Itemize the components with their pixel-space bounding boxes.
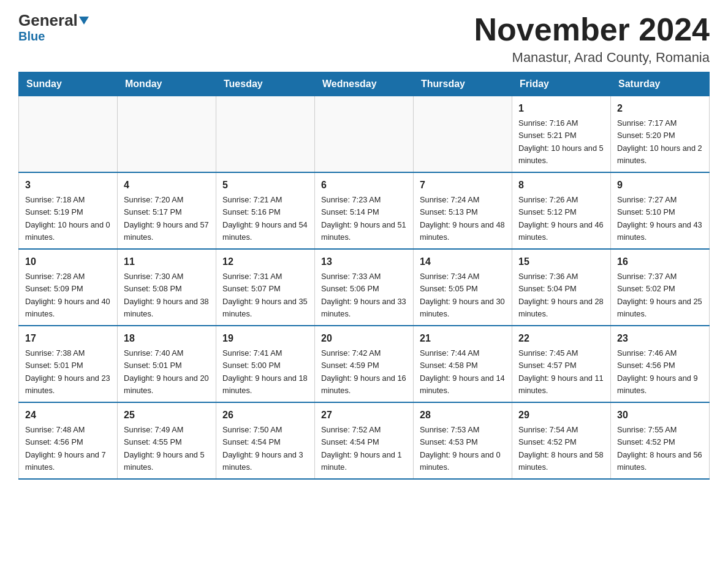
sun-info: Sunrise: 7:26 AMSunset: 5:12 PMDaylight:… xyxy=(518,195,604,242)
day-number: 4 xyxy=(124,178,210,193)
sun-info: Sunrise: 7:17 AMSunset: 5:20 PMDaylight:… xyxy=(617,118,702,165)
calendar-cell-r3-c0: 17Sunrise: 7:38 AMSunset: 5:01 PMDayligh… xyxy=(19,326,118,402)
sun-info: Sunrise: 7:40 AMSunset: 5:01 PMDaylight:… xyxy=(124,348,209,395)
calendar-cell-r1-c5: 8Sunrise: 7:26 AMSunset: 5:12 PMDaylight… xyxy=(512,172,611,249)
sun-info: Sunrise: 7:53 AMSunset: 4:53 PMDaylight:… xyxy=(420,425,501,472)
calendar-row-4: 24Sunrise: 7:48 AMSunset: 4:56 PMDayligh… xyxy=(19,402,710,479)
calendar-cell-r1-c4: 7Sunrise: 7:24 AMSunset: 5:13 PMDaylight… xyxy=(414,172,512,249)
sun-info: Sunrise: 7:23 AMSunset: 5:14 PMDaylight:… xyxy=(321,195,406,242)
calendar-cell-r0-c4 xyxy=(414,96,512,173)
sun-info: Sunrise: 7:18 AMSunset: 5:19 PMDaylight:… xyxy=(25,195,110,242)
sun-info: Sunrise: 7:31 AMSunset: 5:07 PMDaylight:… xyxy=(222,272,308,318)
calendar-row-0: 1Sunrise: 7:16 AMSunset: 5:21 PMDaylight… xyxy=(19,96,710,173)
sun-info: Sunrise: 7:38 AMSunset: 5:01 PMDaylight:… xyxy=(25,348,110,395)
day-number: 3 xyxy=(25,178,111,193)
day-number: 27 xyxy=(321,408,407,423)
day-number: 19 xyxy=(222,331,308,346)
day-number: 22 xyxy=(518,331,604,346)
day-number: 30 xyxy=(617,408,703,423)
sun-info: Sunrise: 7:44 AMSunset: 4:58 PMDaylight:… xyxy=(420,348,505,395)
calendar-row-3: 17Sunrise: 7:38 AMSunset: 5:01 PMDayligh… xyxy=(19,326,710,402)
day-number: 18 xyxy=(124,331,210,346)
day-number: 10 xyxy=(25,255,111,269)
weekday-header-wednesday: Wednesday xyxy=(315,72,414,96)
day-number: 14 xyxy=(420,255,506,269)
day-number: 17 xyxy=(25,331,111,346)
calendar-cell-r3-c2: 19Sunrise: 7:41 AMSunset: 5:00 PMDayligh… xyxy=(216,326,315,402)
day-number: 23 xyxy=(617,331,703,346)
sun-info: Sunrise: 7:46 AMSunset: 4:56 PMDaylight:… xyxy=(617,348,698,395)
sun-info: Sunrise: 7:30 AMSunset: 5:08 PMDaylight:… xyxy=(124,272,209,318)
day-number: 28 xyxy=(420,408,506,423)
logo-blue: Blue xyxy=(18,29,45,44)
calendar-cell-r4-c5: 29Sunrise: 7:54 AMSunset: 4:52 PMDayligh… xyxy=(512,402,611,479)
sun-info: Sunrise: 7:37 AMSunset: 5:02 PMDaylight:… xyxy=(617,272,702,318)
weekday-header-thursday: Thursday xyxy=(414,72,512,96)
weekday-header-sunday: Sunday xyxy=(19,72,118,96)
calendar-cell-r2-c5: 15Sunrise: 7:36 AMSunset: 5:04 PMDayligh… xyxy=(512,249,611,326)
calendar-cell-r3-c6: 23Sunrise: 7:46 AMSunset: 4:56 PMDayligh… xyxy=(611,326,710,402)
sun-info: Sunrise: 7:48 AMSunset: 4:56 PMDaylight:… xyxy=(25,425,106,472)
day-number: 9 xyxy=(617,178,703,193)
day-number: 21 xyxy=(420,331,506,346)
calendar-table: SundayMondayTuesdayWednesdayThursdayFrid… xyxy=(18,72,710,480)
day-number: 29 xyxy=(518,408,604,423)
location-subtitle: Manastur, Arad County, Romania xyxy=(474,50,710,66)
page-header: General Blue November 2024 Manastur, Ara… xyxy=(18,12,710,66)
sun-info: Sunrise: 7:21 AMSunset: 5:16 PMDaylight:… xyxy=(222,195,308,242)
day-number: 15 xyxy=(518,255,604,269)
calendar-cell-r4-c0: 24Sunrise: 7:48 AMSunset: 4:56 PMDayligh… xyxy=(19,402,118,479)
logo: General Blue xyxy=(18,12,89,44)
day-number: 26 xyxy=(222,408,308,423)
weekday-header-saturday: Saturday xyxy=(611,72,710,96)
sun-info: Sunrise: 7:49 AMSunset: 4:55 PMDaylight:… xyxy=(124,425,205,472)
day-number: 16 xyxy=(617,255,703,269)
day-number: 13 xyxy=(321,255,407,269)
calendar-cell-r2-c0: 10Sunrise: 7:28 AMSunset: 5:09 PMDayligh… xyxy=(19,249,118,326)
day-number: 1 xyxy=(518,101,604,116)
calendar-cell-r0-c6: 2Sunrise: 7:17 AMSunset: 5:20 PMDaylight… xyxy=(611,96,710,173)
sun-info: Sunrise: 7:27 AMSunset: 5:10 PMDaylight:… xyxy=(617,195,702,242)
calendar-body: 1Sunrise: 7:16 AMSunset: 5:21 PMDaylight… xyxy=(19,96,710,480)
calendar-row-1: 3Sunrise: 7:18 AMSunset: 5:19 PMDaylight… xyxy=(19,172,710,249)
calendar-cell-r1-c1: 4Sunrise: 7:20 AMSunset: 5:17 PMDaylight… xyxy=(118,172,216,249)
calendar-cell-r3-c1: 18Sunrise: 7:40 AMSunset: 5:01 PMDayligh… xyxy=(118,326,216,402)
calendar-cell-r3-c5: 22Sunrise: 7:45 AMSunset: 4:57 PMDayligh… xyxy=(512,326,611,402)
sun-info: Sunrise: 7:42 AMSunset: 4:59 PMDaylight:… xyxy=(321,348,406,395)
day-number: 6 xyxy=(321,178,407,193)
logo-triangle-icon xyxy=(79,17,89,25)
calendar-cell-r1-c6: 9Sunrise: 7:27 AMSunset: 5:10 PMDaylight… xyxy=(611,172,710,249)
sun-info: Sunrise: 7:52 AMSunset: 4:54 PMDaylight:… xyxy=(321,425,402,472)
calendar-cell-r0-c1 xyxy=(118,96,216,173)
sun-info: Sunrise: 7:16 AMSunset: 5:21 PMDaylight:… xyxy=(518,118,604,165)
sun-info: Sunrise: 7:54 AMSunset: 4:52 PMDaylight:… xyxy=(518,425,604,472)
sun-info: Sunrise: 7:50 AMSunset: 4:54 PMDaylight:… xyxy=(222,425,303,472)
sun-info: Sunrise: 7:33 AMSunset: 5:06 PMDaylight:… xyxy=(321,272,406,318)
sun-info: Sunrise: 7:20 AMSunset: 5:17 PMDaylight:… xyxy=(124,195,209,242)
calendar-cell-r2-c3: 13Sunrise: 7:33 AMSunset: 5:06 PMDayligh… xyxy=(315,249,414,326)
calendar-cell-r3-c4: 21Sunrise: 7:44 AMSunset: 4:58 PMDayligh… xyxy=(414,326,512,402)
sun-info: Sunrise: 7:24 AMSunset: 5:13 PMDaylight:… xyxy=(420,195,505,242)
day-number: 24 xyxy=(25,408,111,423)
day-number: 11 xyxy=(124,255,210,269)
sun-info: Sunrise: 7:41 AMSunset: 5:00 PMDaylight:… xyxy=(222,348,308,395)
calendar-cell-r3-c3: 20Sunrise: 7:42 AMSunset: 4:59 PMDayligh… xyxy=(315,326,414,402)
calendar-header-row: SundayMondayTuesdayWednesdayThursdayFrid… xyxy=(19,72,710,96)
title-block: November 2024 Manastur, Arad County, Rom… xyxy=(474,12,710,66)
weekday-header-tuesday: Tuesday xyxy=(216,72,315,96)
day-number: 20 xyxy=(321,331,407,346)
calendar-cell-r0-c0 xyxy=(19,96,118,173)
calendar-cell-r4-c1: 25Sunrise: 7:49 AMSunset: 4:55 PMDayligh… xyxy=(118,402,216,479)
day-number: 25 xyxy=(124,408,210,423)
calendar-cell-r2-c2: 12Sunrise: 7:31 AMSunset: 5:07 PMDayligh… xyxy=(216,249,315,326)
calendar-row-2: 10Sunrise: 7:28 AMSunset: 5:09 PMDayligh… xyxy=(19,249,710,326)
sun-info: Sunrise: 7:34 AMSunset: 5:05 PMDaylight:… xyxy=(420,272,505,318)
calendar-cell-r4-c2: 26Sunrise: 7:50 AMSunset: 4:54 PMDayligh… xyxy=(216,402,315,479)
calendar-cell-r1-c3: 6Sunrise: 7:23 AMSunset: 5:14 PMDaylight… xyxy=(315,172,414,249)
day-number: 12 xyxy=(222,255,308,269)
day-number: 7 xyxy=(420,178,506,193)
calendar-cell-r1-c2: 5Sunrise: 7:21 AMSunset: 5:16 PMDaylight… xyxy=(216,172,315,249)
weekday-header-friday: Friday xyxy=(512,72,611,96)
calendar-cell-r2-c4: 14Sunrise: 7:34 AMSunset: 5:05 PMDayligh… xyxy=(414,249,512,326)
calendar-cell-r4-c4: 28Sunrise: 7:53 AMSunset: 4:53 PMDayligh… xyxy=(414,402,512,479)
